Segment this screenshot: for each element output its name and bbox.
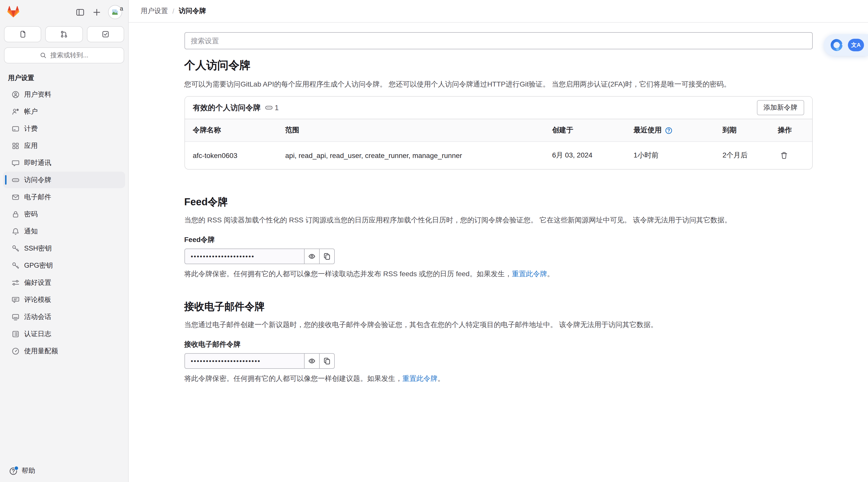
cell-token-name: afc-token0603: [185, 142, 277, 169]
incoming-email-token-copy-button[interactable]: [319, 353, 335, 369]
merge-requests-shortcut-button[interactable]: [45, 26, 83, 42]
sidebar-item-chat[interactable]: 即时通讯: [3, 154, 125, 171]
sidebar-item-comment-templates[interactable]: 评论模板: [3, 291, 125, 308]
sidebar-item-emails[interactable]: 电子邮件: [3, 189, 125, 205]
bell-icon: [11, 227, 20, 235]
broken-image-icon: [112, 8, 119, 16]
sidebar-item-profile[interactable]: 用户资料: [3, 86, 125, 103]
feed-token-copy-button[interactable]: [319, 249, 335, 264]
todos-shortcut-button[interactable]: [87, 26, 124, 42]
profile-icon: [11, 90, 20, 98]
incoming-email-token-note: 将此令牌保密。任何拥有它的人都可以像您一样创建议题。如果发生，重置此令牌。: [184, 373, 812, 384]
sidebar-item-billing[interactable]: 计费: [3, 120, 125, 137]
feed-token-note: 将此令牌保密。任何拥有它的人都可以像您一样读取动态并发布 RSS feeds 或…: [184, 269, 812, 279]
feed-token-description: 当您的 RSS 阅读器加载个性化的 RSS 订阅源或当您的日历应用程序加载个性化…: [184, 215, 812, 225]
feed-reset-link[interactable]: 重置此令牌: [512, 270, 547, 278]
issues-shortcut-button[interactable]: [4, 26, 41, 42]
sidebar-section-title: 用户设置: [0, 63, 128, 86]
add-new-token-button[interactable]: 添加新令牌: [757, 100, 804, 115]
sidebar-item-access-tokens[interactable]: 访问令牌: [3, 172, 125, 188]
feed-token-reveal-button[interactable]: [304, 249, 319, 264]
sidebar-shortcuts: [0, 21, 128, 42]
cell-actions: [770, 142, 812, 169]
sidebar-item-applications[interactable]: 应用: [3, 137, 125, 154]
comment-icon: [11, 295, 20, 304]
help-question-icon: [9, 467, 18, 475]
search-or-goto[interactable]: 搜索或转到...: [4, 47, 124, 63]
table-row: afc-token0603 api, read_api, read_user, …: [185, 142, 812, 169]
create-new-button[interactable]: [91, 7, 102, 17]
chat-icon: [11, 159, 20, 167]
toggle-sidebar-button[interactable]: [75, 7, 86, 17]
pat-description: 您可以为需要访问GitLab API的每个应用程序生成个人访问令牌。 您还可以使…: [184, 79, 812, 89]
col-expires: 到期: [714, 119, 770, 142]
card-title: 有效的个人访问令牌: [193, 103, 260, 112]
cell-created: 6月 03, 2024: [544, 142, 625, 169]
user-avatar[interactable]: a: [108, 5, 122, 19]
sidebar-top: a: [0, 0, 128, 21]
incoming-email-token-label: 接收电子邮件令牌: [184, 340, 812, 349]
col-last-used: 最近使用: [625, 119, 714, 142]
incoming-email-token-title: 接收电子邮件令牌: [184, 301, 812, 312]
gitlab-logo[interactable]: [7, 6, 20, 18]
feed-token-group: [184, 249, 812, 264]
token-count: 1: [275, 104, 279, 112]
main-area: 用户设置 / 访问令牌 个人访问令牌 您可以为需要访问GitLab API的每个…: [129, 0, 868, 482]
sidebar-nav: 用户资料 帐户 计费 应用 即时通讯 访问令牌: [0, 86, 128, 360]
feed-token-input[interactable]: [184, 249, 304, 264]
extension-logo-icon[interactable]: [830, 38, 843, 52]
breadcrumb-user-settings[interactable]: 用户设置: [141, 6, 168, 16]
incoming-email-token-input[interactable]: [184, 353, 304, 369]
active-tokens-card: 有效的个人访问令牌 1 添加新令牌 令牌名称: [184, 96, 812, 170]
monitor-icon: [11, 313, 20, 321]
page-title: 个人访问令牌: [184, 59, 812, 72]
merge-request-icon: [60, 30, 68, 38]
sidebar: a 搜索: [0, 0, 129, 482]
col-created: 创建于: [544, 119, 625, 142]
active-indicator: [5, 175, 6, 185]
sidebar-item-usage-quotas[interactable]: 使用量配额: [3, 343, 125, 359]
tokens-table: 令牌名称 范围 创建于 最近使用: [185, 119, 812, 169]
incoming-email-token-reveal-button[interactable]: [304, 353, 319, 369]
sidebar-panel-icon: [76, 8, 85, 16]
token-count-icon: [265, 104, 273, 112]
gauge-icon: [11, 347, 20, 355]
app-window: a 搜索: [0, 0, 868, 482]
lock-icon: [11, 210, 20, 218]
eye-icon: [308, 253, 315, 260]
breadcrumb-access-tokens: 访问令牌: [179, 6, 206, 16]
incoming-email-token-group: [184, 353, 812, 369]
account-icon: [11, 107, 20, 115]
col-scopes: 范围: [277, 119, 544, 142]
copy-icon: [323, 357, 331, 365]
plus-icon: [92, 8, 101, 16]
help-button[interactable]: 帮助: [9, 466, 35, 476]
sidebar-item-gpg-keys[interactable]: GPG密钥: [3, 257, 125, 274]
email-icon: [11, 193, 20, 201]
revoke-token-button[interactable]: [778, 149, 790, 162]
incoming-email-reset-link[interactable]: 重置此令牌: [402, 374, 437, 382]
copy-icon: [323, 253, 331, 260]
sidebar-item-active-sessions[interactable]: 活动会话: [3, 308, 125, 325]
token-icon: [11, 176, 20, 184]
translate-extension-widget: 文A: [824, 34, 868, 56]
applications-icon: [11, 142, 20, 150]
search-settings-input[interactable]: [184, 32, 812, 49]
log-icon: [11, 330, 20, 338]
sidebar-item-notifications[interactable]: 通知: [3, 223, 125, 239]
cell-expires: 2个月后: [714, 142, 770, 169]
incoming-email-token-description: 当您通过电子邮件创建一个新议题时，您的接收电子邮件令牌会验证您，其包含在您的个人…: [184, 319, 812, 330]
last-used-help-icon[interactable]: [665, 126, 672, 134]
sidebar-item-ssh-keys[interactable]: SSH密钥: [3, 240, 125, 257]
todo-check-icon: [101, 30, 110, 38]
feed-token-title: Feed令牌: [184, 196, 812, 208]
sidebar-item-auth-log[interactable]: 认证日志: [3, 325, 125, 342]
translate-icon[interactable]: 文A: [848, 39, 864, 51]
search-icon: [40, 52, 47, 59]
breadcrumb: 用户设置 / 访问令牌: [129, 0, 868, 23]
help-notification-dot: [14, 466, 19, 470]
key-icon: [11, 244, 20, 252]
sidebar-item-password[interactable]: 密码: [3, 206, 125, 222]
sidebar-item-preferences[interactable]: 偏好设置: [3, 274, 125, 291]
sidebar-item-account[interactable]: 帐户: [3, 103, 125, 120]
